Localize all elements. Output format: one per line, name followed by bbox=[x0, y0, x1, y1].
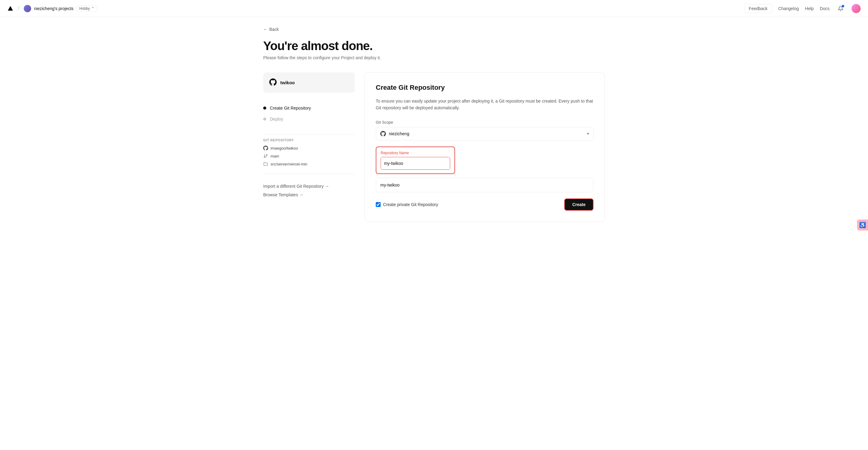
form-panel: Create Git Repository To ensure you can … bbox=[365, 72, 605, 222]
sidebar-footer: Import a different Git Repository → Brow… bbox=[263, 184, 355, 197]
git-branch-value: main bbox=[271, 154, 279, 159]
svg-marker-0 bbox=[8, 6, 13, 10]
repo-name-input[interactable] bbox=[381, 157, 450, 169]
header: / niezicheng's projects Hobby ⌃ Feedback… bbox=[0, 0, 868, 17]
chevron-down-icon: ▾ bbox=[587, 132, 589, 136]
accessibility-icon: ♿ bbox=[859, 222, 866, 228]
git-scope-label: Git Scope bbox=[376, 120, 593, 124]
import-different-repo-link[interactable]: Import a different Git Repository → bbox=[263, 184, 355, 189]
vercel-logo-icon[interactable] bbox=[7, 5, 13, 11]
svg-point-3 bbox=[264, 157, 265, 158]
git-scope-value: niezicheng bbox=[389, 131, 587, 136]
hobby-label: Hobby bbox=[79, 6, 90, 11]
sidebar-meta-branch: main bbox=[263, 153, 355, 159]
main-content: ← Back You're almost done. Please follow… bbox=[251, 17, 617, 232]
notification-button[interactable] bbox=[836, 4, 845, 13]
changelog-link[interactable]: Changelog bbox=[778, 6, 799, 11]
svg-point-2 bbox=[266, 154, 268, 156]
step-create-git: Create Git Repository bbox=[263, 103, 355, 114]
sidebar-meta-repo: imaegoo/twikoo bbox=[263, 146, 355, 150]
git-scope-select[interactable]: niezicheng ▾ bbox=[376, 127, 593, 140]
project-name-label[interactable]: niezicheng's projects bbox=[34, 6, 74, 11]
docs-link[interactable]: Docs bbox=[820, 6, 830, 11]
step-dot-active bbox=[263, 107, 266, 110]
step-label-deploy: Deploy bbox=[270, 117, 283, 121]
checkbox-label-text: Create private Git Repository bbox=[383, 202, 438, 207]
back-arrow-icon: ← bbox=[263, 27, 268, 32]
sidebar: twikoo Create Git Repository Deploy GIT … bbox=[263, 72, 355, 197]
full-width-input-group bbox=[376, 178, 593, 192]
git-scope-github-icon bbox=[380, 131, 386, 137]
browse-templates-link[interactable]: Browse Templates → bbox=[263, 192, 355, 197]
accessibility-button[interactable]: ♿ bbox=[857, 220, 868, 230]
create-button[interactable]: Create bbox=[564, 198, 593, 210]
git-repo-section: GIT REPOSITORY imaegoo/twikoo bbox=[263, 138, 355, 166]
step-deploy: Deploy bbox=[263, 114, 355, 124]
notification-dot bbox=[842, 5, 844, 7]
header-left: / niezicheng's projects Hobby ⌃ bbox=[7, 5, 97, 12]
github-small-icon bbox=[263, 146, 268, 150]
git-path-value: src/server/vercel-min bbox=[271, 162, 307, 166]
sidebar-divider bbox=[263, 134, 355, 135]
repo-name-full-input-wrapper bbox=[376, 178, 593, 192]
repo-name-full-input[interactable] bbox=[376, 178, 593, 192]
page-subtitle: Please follow the steps to configure you… bbox=[263, 55, 605, 60]
branch-icon bbox=[263, 153, 268, 159]
step-dot-inactive bbox=[263, 117, 266, 120]
private-repo-checkbox[interactable] bbox=[376, 202, 381, 207]
steps-list: Create Git Repository Deploy bbox=[263, 103, 355, 124]
folder-icon bbox=[263, 162, 268, 166]
form-title: Create Git Repository bbox=[376, 84, 593, 92]
project-avatar bbox=[24, 5, 31, 12]
git-repo-value: imaegoo/twikoo bbox=[271, 146, 298, 150]
back-label: Back bbox=[269, 27, 279, 32]
header-right: Feedback Changelog Help Docs bbox=[744, 4, 861, 13]
back-link[interactable]: ← Back bbox=[263, 27, 605, 32]
hobby-chevron-icon: ⌃ bbox=[91, 6, 94, 11]
github-icon bbox=[269, 79, 277, 87]
repo-name-label: Repository Name bbox=[381, 151, 450, 155]
form-description: To ensure you can easily update your pro… bbox=[376, 98, 593, 111]
sidebar-meta-path: src/server/vercel-min bbox=[263, 162, 355, 166]
help-link[interactable]: Help bbox=[805, 6, 814, 11]
content-layout: twikoo Create Git Repository Deploy GIT … bbox=[263, 72, 605, 222]
form-bottom-row: Create private Git Repository Create bbox=[376, 198, 593, 210]
page-title: You're almost done. bbox=[263, 39, 605, 53]
sidebar-divider-2 bbox=[263, 174, 355, 174]
repo-card: twikoo bbox=[263, 72, 355, 93]
repo-name-group: Repository Name bbox=[376, 146, 593, 174]
git-scope-group: Git Scope niezicheng ▾ bbox=[376, 120, 593, 140]
repo-card-name: twikoo bbox=[280, 80, 295, 85]
git-section-title: GIT REPOSITORY bbox=[263, 138, 355, 142]
user-avatar[interactable] bbox=[851, 4, 861, 13]
step-label-create-git: Create Git Repository bbox=[270, 106, 311, 111]
private-repo-checkbox-label[interactable]: Create private Git Repository bbox=[376, 202, 438, 207]
header-divider: / bbox=[18, 5, 20, 12]
sidebar-meta: imaegoo/twikoo main bbox=[263, 146, 355, 166]
hobby-badge[interactable]: Hobby ⌃ bbox=[76, 5, 97, 11]
feedback-button[interactable]: Feedback bbox=[744, 4, 772, 13]
